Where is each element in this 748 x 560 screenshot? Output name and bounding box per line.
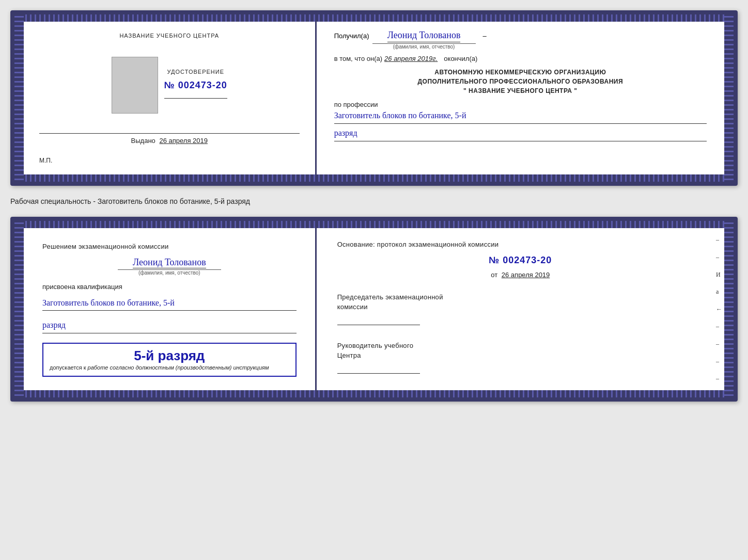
fio-caption-top: (фамилия, имя, отчество) — [372, 43, 476, 50]
dash-3: И — [716, 271, 722, 279]
right-panel-bottom: Основание: протокол экзаменационной коми… — [317, 221, 734, 397]
org-block: АВТОНОМНУЮ НЕКОММЕРЧЕСКУЮ ОРГАНИЗАЦИЮ ДО… — [334, 68, 707, 95]
dash-5: ← — [716, 306, 722, 313]
chairman-signature-line — [337, 325, 420, 325]
dashes-right: – – И а ← – – – – — [716, 221, 722, 397]
profession-value-bottom: Заготовитель блоков по ботанике, 5-й — [42, 296, 297, 311]
fio-caption-bottom: (фамилия, имя, отчество) — [118, 269, 221, 276]
dash-7: – — [716, 340, 722, 348]
dash-separator: – — [483, 32, 487, 40]
org-line1: АВТОНОМНУЮ НЕКОММЕРЧЕСКУЮ ОРГАНИЗАЦИЮ — [334, 68, 707, 77]
bottom-right-panel-inner: Основание: протокол экзаменационной коми… — [329, 231, 712, 382]
left-panel-inner-top: НАЗВАНИЕ УЧЕБНОГО ЦЕНТРА УДОСТОВЕРЕНИЕ №… — [34, 27, 305, 169]
chairman-label1: Председатель экзаменационной — [337, 292, 704, 302]
chairman-label2: комиссии — [337, 302, 704, 312]
profession-value-top: Заготовитель блоков по ботанике, 5-й — [334, 108, 707, 124]
mp-label: М.П. — [39, 157, 52, 164]
page-wrapper: НАЗВАНИЕ УЧЕБНОГО ЦЕНТРА УДОСТОВЕРЕНИЕ №… — [10, 10, 738, 402]
dash-2: – — [716, 253, 722, 261]
received-prefix: Получил(а) — [334, 32, 369, 40]
left-panel-bottom: Решением экзаменационной комиссии Леонид… — [14, 221, 317, 397]
date-value: 26 апреля 2019г. — [384, 55, 438, 62]
dash-6: – — [716, 323, 722, 330]
date-line: в том, что он(а) 26 апреля 2019г. окончи… — [334, 55, 707, 62]
side-strip-right-top — [724, 14, 734, 182]
org-label-top: НАЗВАНИЕ УЧЕБНОГО ЦЕНТРА — [119, 32, 219, 40]
dash-9: – — [716, 375, 722, 382]
stamp-box: 5-й разряд допускается к работе согласно… — [42, 343, 297, 377]
issued-line: Выдано 26 апреля 2019 — [39, 137, 300, 145]
org-line3: " НАЗВАНИЕ УЧЕБНОГО ЦЕНТРА " — [334, 86, 707, 95]
dash-1: – — [716, 236, 722, 244]
photo-placeholder — [112, 57, 158, 114]
razryad-value-top: разряд — [334, 126, 707, 141]
recipient-name-block: Леонид Толованов (фамилия, имя, отчество… — [372, 30, 476, 50]
recipient-row: Получил(а) Леонид Толованов (фамилия, им… — [334, 30, 707, 50]
side-strip-right-bottom — [724, 221, 734, 397]
protocol-date: от 26 апреля 2019 — [337, 271, 704, 279]
issued-label: Выдано — [131, 137, 155, 145]
stamp-caption: допускается к работе согласно должностны… — [50, 364, 289, 372]
date-suffix: окончил(а) — [444, 55, 477, 62]
cert-number-top: № 002473-20 — [164, 80, 227, 91]
decision-name: Леонид Толованов — [133, 257, 206, 268]
profession-label: по профессии — [334, 101, 707, 108]
left-panel-top: НАЗВАНИЕ УЧЕБНОГО ЦЕНТРА УДОСТОВЕРЕНИЕ №… — [14, 14, 317, 182]
profession-block: по профессии Заготовитель блоков по бота… — [334, 101, 707, 141]
decision-text: Решением экзаменационной комиссии — [42, 242, 297, 252]
issued-date: 26 апреля 2019 — [159, 137, 208, 145]
director-block: Руководитель учебного Центра — [337, 341, 704, 374]
dash-4: а — [716, 288, 722, 296]
protocol-date-prefix: от — [491, 271, 497, 279]
sep-line-1 — [164, 98, 227, 99]
recipient-name: Леонид Толованов — [387, 30, 461, 42]
director-label2: Центра — [337, 350, 704, 361]
stamp-caption-italic: работе согласно должностным (производств… — [88, 364, 269, 371]
director-label1: Руководитель учебного — [337, 341, 704, 351]
right-panel-inner-top: Получил(а) Леонид Толованов (фамилия, им… — [329, 25, 712, 147]
chairman-block: Председатель экзаменационной комиссии — [337, 292, 704, 325]
protocol-date-value: 26 апреля 2019 — [502, 271, 550, 279]
date-prefix: в том, что он(а) — [334, 55, 382, 62]
bottom-left-panel-inner: Решением экзаменационной комиссии Леонид… — [34, 233, 305, 385]
decision-name-block: Леонид Толованов (фамилия, имя, отчество… — [42, 257, 297, 276]
razryad-value-bottom: разряд — [42, 318, 297, 333]
protocol-number: № 002473-20 — [337, 255, 704, 266]
stamp-caption-prefix: допускается к — [50, 364, 86, 371]
dash-8: – — [716, 358, 722, 365]
specialty-caption: Рабочая специальность - Заготовитель бло… — [10, 195, 738, 207]
stamp-grade: 5-й разряд — [50, 348, 289, 364]
org-line2: ДОПОЛНИТЕЛЬНОГО ПРОФЕССИОНАЛЬНОГО ОБРАЗО… — [334, 77, 707, 86]
director-signature-line — [337, 373, 420, 374]
document-card-bottom: Решением экзаменационной комиссии Леонид… — [10, 217, 738, 402]
sep-line-2 — [39, 133, 300, 134]
qualification-label: присвоена квалификация — [42, 283, 297, 291]
right-panel-top: Получил(а) Леонид Толованов (фамилия, им… — [317, 14, 734, 182]
document-card-top: НАЗВАНИЕ УЧЕБНОГО ЦЕНТРА УДОСТОВЕРЕНИЕ №… — [10, 10, 738, 186]
cert-label: УДОСТОВЕРЕНИЕ — [167, 68, 224, 76]
basis-label: Основание: протокол экзаменационной коми… — [337, 239, 704, 250]
